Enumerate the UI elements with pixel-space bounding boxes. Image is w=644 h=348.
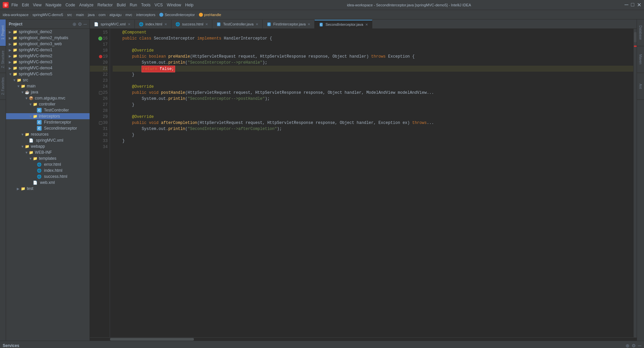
- editor-tab-index-html[interactable]: 🌐 index.html ✕: [135, 20, 171, 28]
- tree-second-interceptor[interactable]: ▶ C SecondInterceptor: [6, 125, 90, 131]
- editor-tab-springmvc-xml[interactable]: 📄 springMVC.xml ✕: [90, 20, 135, 28]
- vertical-tab-project[interactable]: 1: Project: [0, 19, 6, 46]
- scroll-thumb[interactable]: [634, 32, 637, 42]
- tree-springmvc-demo1[interactable]: ▶ 📁 springMVC-demo1: [6, 47, 90, 53]
- editor-tab-first-interceptor[interactable]: C FirstInterceptor.java ✕: [263, 20, 315, 28]
- menu-bar: File Edit View Navigate Code Analyze Ref…: [11, 3, 194, 7]
- minimize-button[interactable]: ─: [625, 2, 628, 8]
- menu-code[interactable]: Code: [65, 3, 75, 7]
- error-indicator: [634, 46, 637, 47]
- code-content[interactable]: @Component public class SecondIntercepto…: [110, 29, 633, 337]
- code-line-16: public class SecondInterceptor implement…: [113, 36, 633, 42]
- editor-tab-success-html[interactable]: 🌐 success.html ✕: [171, 20, 213, 28]
- menu-refactor[interactable]: Refactor: [98, 3, 113, 7]
- override-25: ↑: [99, 91, 102, 94]
- tree-test[interactable]: ▶ 📁 test: [6, 186, 90, 192]
- bc-second-interceptor[interactable]: SecondInterceptor: [159, 13, 195, 17]
- tree-springboot-demo2-mybatis[interactable]: ▶ 📁 springboot_demo2_mybatis: [6, 35, 90, 41]
- close-tab-first-interceptor[interactable]: ✕: [308, 22, 310, 26]
- menu-edit[interactable]: Edit: [22, 3, 29, 7]
- menu-analyze[interactable]: Analyze: [79, 3, 94, 7]
- tree-springmvc-demo3[interactable]: ▶ 📁 springMVC-demo3: [6, 59, 90, 65]
- vertical-tab-favorites[interactable]: 2: Favorites: [0, 73, 6, 100]
- editor-area: 📄 springMVC.xml ✕ 🌐 index.html ✕ 🌐 succe…: [90, 19, 637, 341]
- tree-com-atguigu-mvc[interactable]: ▼ 📦 com.atguigu.mvc: [6, 95, 90, 101]
- bc-springmvc-demo5[interactable]: springMVC-demo5: [33, 13, 63, 17]
- code-line-25: public void postHandle(HttpServletReques…: [113, 90, 633, 96]
- tree-java[interactable]: ▼ ☕ java: [6, 89, 90, 95]
- locate-icon[interactable]: ⊕: [72, 21, 76, 27]
- tab-label: springMVC.xml: [101, 22, 126, 26]
- bc-main[interactable]: main: [76, 13, 84, 17]
- menu-file[interactable]: File: [11, 3, 18, 7]
- close-tab-test-controller[interactable]: ✕: [256, 22, 258, 26]
- bc-idea-workspace[interactable]: idea-workspace: [3, 13, 29, 17]
- editor-tabs: 📄 springMVC.xml ✕ 🌐 index.html ✕ 🌐 succe…: [90, 19, 637, 29]
- close-tab-springmvc-xml[interactable]: ✕: [128, 22, 130, 26]
- vertical-tab-structure[interactable]: Z: Structure: [0, 46, 6, 73]
- bc-java[interactable]: java: [88, 13, 95, 17]
- menu-build[interactable]: Build: [117, 3, 126, 7]
- menu-tools[interactable]: Tools: [141, 3, 151, 7]
- close-tab-success-html[interactable]: ✕: [205, 22, 208, 26]
- tree-resources[interactable]: ▼ 📁 resources: [6, 131, 90, 137]
- breakpoint-19[interactable]: [99, 55, 102, 58]
- tree-springmvc-demo2[interactable]: ▶ 📁 springMVC-demo2: [6, 53, 90, 59]
- bc-mvc[interactable]: mvc: [125, 13, 132, 17]
- tree-web-xml[interactable]: ▶ 📄 web.xml: [6, 180, 90, 186]
- code-line-28: [113, 108, 633, 114]
- vertical-left-tabs: 1: Project Z: Structure 2: Favorites: [0, 19, 6, 341]
- tree-springboot-demo2[interactable]: ▶ 📁 springboot_demo2: [6, 29, 90, 35]
- tree-success-html[interactable]: ▶ 🌐 success.html: [6, 173, 90, 180]
- tree-test-controller[interactable]: ▶ C TestController: [6, 107, 90, 113]
- project-panel-icons: ⊕ ⚙ ─: [72, 21, 87, 27]
- tree-templates[interactable]: ▼ 📁 templates: [6, 155, 90, 161]
- svg-text:I: I: [5, 4, 6, 7]
- bc-com[interactable]: com: [99, 13, 106, 17]
- menu-run[interactable]: Run: [130, 3, 137, 7]
- bc-atguigu[interactable]: atguigu: [109, 13, 121, 17]
- line-num-29: 29: [90, 114, 108, 120]
- close-tab-second-interceptor[interactable]: ✕: [365, 23, 368, 26]
- editor-tab-test-controller[interactable]: C TestController.java ✕: [212, 20, 263, 28]
- tree-first-interceptor[interactable]: ▶ C FirstInterceptor: [6, 119, 90, 125]
- menu-window[interactable]: Window: [167, 3, 181, 7]
- collapse-icon[interactable]: ─: [84, 21, 87, 27]
- bc-interceptors[interactable]: interceptors: [136, 13, 155, 17]
- horizontal-thumb[interactable]: [110, 338, 194, 341]
- bc-prehandle[interactable]: preHandle: [199, 13, 221, 17]
- menu-view[interactable]: View: [33, 3, 42, 7]
- tree-web-inf[interactable]: ▼ 📁 WEB-INF: [6, 149, 90, 155]
- right-tab-maven[interactable]: Maven: [637, 46, 644, 73]
- tree-index-html[interactable]: ▶ 🌐 index.html: [6, 167, 90, 173]
- tree-main[interactable]: ▼ 📁 main: [6, 83, 90, 89]
- menu-vcs[interactable]: VCS: [155, 3, 163, 7]
- tree-springmvc-xml[interactable]: ▶ 📄 springMVC.xml: [6, 137, 90, 143]
- tree-controller[interactable]: ▼ 📁 controller: [6, 101, 90, 107]
- editor-tab-second-interceptor[interactable]: C SecondInterceptor.java ✕: [315, 20, 372, 28]
- close-tab-index-html[interactable]: ✕: [164, 22, 167, 26]
- services-settings-icon[interactable]: ⚙: [632, 343, 636, 348]
- services-locate-icon[interactable]: ⊕: [626, 343, 630, 348]
- services-minimize-icon[interactable]: ─: [638, 343, 641, 348]
- close-button[interactable]: ✕: [637, 2, 641, 8]
- tree-springmvc-demo5[interactable]: ▼ 📁 springMVC-demo5: [6, 71, 90, 77]
- scroll-indicator[interactable]: [633, 29, 637, 337]
- menu-navigate[interactable]: Navigate: [46, 3, 61, 7]
- tree-error-html[interactable]: ▶ 🌐 error.html: [6, 161, 90, 167]
- tree-springboot-demo3-web[interactable]: ▶ 📁 springboot_demo3_web: [6, 41, 90, 47]
- title-bar: I File Edit View Navigate Code Analyze R…: [0, 0, 644, 10]
- horizontal-scrollbar[interactable]: [90, 337, 637, 341]
- tree-src[interactable]: ▼ 📁 src: [6, 77, 90, 83]
- maximize-button[interactable]: □: [631, 2, 634, 8]
- settings-icon[interactable]: ⚙: [78, 21, 82, 27]
- right-tab-database[interactable]: Database: [637, 19, 644, 46]
- right-tab-ant[interactable]: Ant: [637, 73, 644, 100]
- tree-interceptors[interactable]: ▼ 📁 interceptors: [6, 113, 90, 119]
- bottom-panel: Services ⊕ ⚙ ─ ▶ ■ ↺ ⊥ 📌 + ▼ 🐱 Tomcat: [0, 341, 644, 348]
- tree-springmvc-demo4[interactable]: ▶ 📁 springMVC-demo4: [6, 65, 90, 71]
- bc-src[interactable]: src: [67, 13, 72, 17]
- code-line-23: [113, 78, 633, 84]
- menu-help[interactable]: Help: [185, 3, 194, 7]
- tree-webapp[interactable]: ▼ 📁 webapp: [6, 143, 90, 149]
